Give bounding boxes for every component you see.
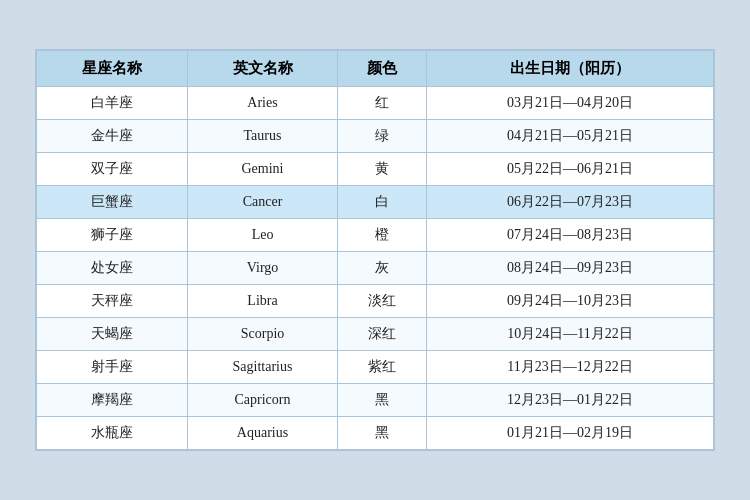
- table-row: 处女座Virgo灰08月24日—09月23日: [37, 252, 714, 285]
- table-row: 金牛座Taurus绿04月21日—05月21日: [37, 120, 714, 153]
- cell-4-2: 橙: [338, 219, 427, 252]
- cell-8-3: 11月23日—12月22日: [427, 351, 714, 384]
- table-header-row: 星座名称 英文名称 颜色 出生日期（阳历）: [37, 51, 714, 87]
- cell-0-3: 03月21日—04月20日: [427, 87, 714, 120]
- header-dates: 出生日期（阳历）: [427, 51, 714, 87]
- cell-1-2: 绿: [338, 120, 427, 153]
- cell-2-3: 05月22日—06月21日: [427, 153, 714, 186]
- table-row: 水瓶座Aquarius黑01月21日—02月19日: [37, 417, 714, 450]
- table-row: 天蝎座Scorpio深红10月24日—11月22日: [37, 318, 714, 351]
- cell-1-1: Taurus: [187, 120, 338, 153]
- cell-2-0: 双子座: [37, 153, 188, 186]
- cell-9-3: 12月23日—01月22日: [427, 384, 714, 417]
- cell-7-1: Scorpio: [187, 318, 338, 351]
- cell-7-3: 10月24日—11月22日: [427, 318, 714, 351]
- cell-6-3: 09月24日—10月23日: [427, 285, 714, 318]
- cell-7-2: 深红: [338, 318, 427, 351]
- header-color: 颜色: [338, 51, 427, 87]
- cell-4-0: 狮子座: [37, 219, 188, 252]
- cell-6-2: 淡红: [338, 285, 427, 318]
- cell-2-1: Gemini: [187, 153, 338, 186]
- cell-9-1: Capricorn: [187, 384, 338, 417]
- cell-10-3: 01月21日—02月19日: [427, 417, 714, 450]
- cell-3-3: 06月22日—07月23日: [427, 186, 714, 219]
- zodiac-table: 星座名称 英文名称 颜色 出生日期（阳历） 白羊座Aries红03月21日—04…: [36, 50, 714, 450]
- cell-7-0: 天蝎座: [37, 318, 188, 351]
- table-row: 巨蟹座Cancer白06月22日—07月23日: [37, 186, 714, 219]
- cell-10-2: 黑: [338, 417, 427, 450]
- table-row: 狮子座Leo橙07月24日—08月23日: [37, 219, 714, 252]
- cell-6-0: 天秤座: [37, 285, 188, 318]
- cell-9-0: 摩羯座: [37, 384, 188, 417]
- cell-4-3: 07月24日—08月23日: [427, 219, 714, 252]
- cell-4-1: Leo: [187, 219, 338, 252]
- cell-6-1: Libra: [187, 285, 338, 318]
- table-row: 天秤座Libra淡红09月24日—10月23日: [37, 285, 714, 318]
- cell-1-0: 金牛座: [37, 120, 188, 153]
- cell-0-1: Aries: [187, 87, 338, 120]
- cell-10-1: Aquarius: [187, 417, 338, 450]
- table-row: 射手座Sagittarius紫红11月23日—12月22日: [37, 351, 714, 384]
- cell-1-3: 04月21日—05月21日: [427, 120, 714, 153]
- cell-8-0: 射手座: [37, 351, 188, 384]
- cell-0-2: 红: [338, 87, 427, 120]
- cell-9-2: 黑: [338, 384, 427, 417]
- cell-5-3: 08月24日—09月23日: [427, 252, 714, 285]
- cell-10-0: 水瓶座: [37, 417, 188, 450]
- cell-3-0: 巨蟹座: [37, 186, 188, 219]
- cell-8-1: Sagittarius: [187, 351, 338, 384]
- header-chinese-name: 星座名称: [37, 51, 188, 87]
- cell-5-1: Virgo: [187, 252, 338, 285]
- table-body: 白羊座Aries红03月21日—04月20日金牛座Taurus绿04月21日—0…: [37, 87, 714, 450]
- cell-0-0: 白羊座: [37, 87, 188, 120]
- table-row: 摩羯座Capricorn黑12月23日—01月22日: [37, 384, 714, 417]
- table-row: 双子座Gemini黄05月22日—06月21日: [37, 153, 714, 186]
- cell-3-2: 白: [338, 186, 427, 219]
- cell-8-2: 紫红: [338, 351, 427, 384]
- header-english-name: 英文名称: [187, 51, 338, 87]
- cell-2-2: 黄: [338, 153, 427, 186]
- cell-5-2: 灰: [338, 252, 427, 285]
- cell-3-1: Cancer: [187, 186, 338, 219]
- zodiac-table-container: 星座名称 英文名称 颜色 出生日期（阳历） 白羊座Aries红03月21日—04…: [35, 49, 715, 451]
- cell-5-0: 处女座: [37, 252, 188, 285]
- table-row: 白羊座Aries红03月21日—04月20日: [37, 87, 714, 120]
